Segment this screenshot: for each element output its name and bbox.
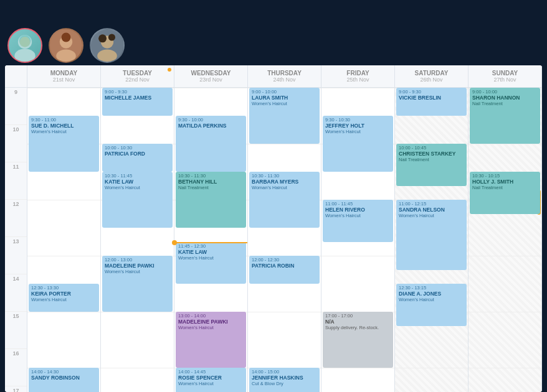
appt-sandy-robinson-0[interactable]: 14:00 - 14:30SANDY ROBINSON — [29, 368, 99, 392]
svg-point-7 — [62, 33, 71, 42]
time-9: 9 — [5, 88, 27, 125]
day-col-wednesday: 9:30 - 10:00MATILDA PERKINS10:30 - 11:30… — [174, 88, 248, 392]
days-grid: 9:30 - 11:00SUE D. MICHELLWomen's Haircu… — [27, 88, 542, 392]
staff-cameron[interactable] — [7, 28, 42, 65]
calendar: Monday 21st Nov Tuesday 22nd Nov Wednesd… — [5, 65, 542, 392]
avatar-cameron — [7, 28, 42, 63]
appt-barbara-myers-3[interactable]: 10:30 - 11:30BARBARA MYERSWoman's Haircu… — [249, 172, 320, 228]
time-16: 16 — [5, 349, 27, 386]
appt-patricia-robin-3[interactable]: 12:00 - 12:30PATRICIA ROBIN — [249, 256, 320, 284]
svg-point-11 — [98, 34, 107, 42]
appt-madeleine-pawki-1[interactable]: 12:00 - 13:00MADELEINE PAWKIWomen's Hair… — [102, 256, 173, 312]
time-12: 12 — [5, 200, 27, 237]
time-15: 15 — [5, 312, 27, 349]
svg-point-6 — [56, 50, 76, 62]
day-header-thu: Thursday 24th Nov — [248, 65, 321, 87]
time-13: 13 — [5, 237, 27, 274]
appt-jennifer-haskins-3[interactable]: 14:00 - 15:00JENNIFER HASKINSCut & Blow … — [249, 368, 320, 392]
day-header-mon: Monday 21st Nov — [27, 65, 101, 87]
appt-diane-a.-jones-5[interactable]: 12:30 - 13:15DIANE A. JONESWomen's Hairc… — [396, 284, 467, 326]
day-col-sunday: 9:00 - 10:00SHARON HANNONNail Treatment1… — [469, 88, 542, 392]
day-col-tuesday: 9:00 - 9:30MICHELLE JAMES10:00 - 10:30PA… — [101, 88, 174, 392]
appt-holly-j.-smith-6[interactable]: 10:30 - 10:15HOLLY J. SMITHNail Treatmen… — [470, 172, 540, 214]
appt-sharon-hannon-6[interactable]: 9:00 - 10:00SHARON HANNONNail Treatment — [470, 88, 540, 144]
day-header-tue: Tuesday 22nd Nov — [101, 65, 174, 87]
day-col-saturday: 9:00 - 9:30VICKIE BRESLIN10:00 - 10:45CH… — [395, 88, 469, 392]
staff-stephen[interactable] — [90, 28, 125, 65]
day-col-monday: 9:30 - 11:00SUE D. MICHELLWomen's Haircu… — [27, 88, 101, 392]
appt-bethany-hill-2[interactable]: 10:30 - 11:30BETHANY HILLNail Treatment — [176, 172, 246, 228]
svg-point-1 — [14, 49, 35, 63]
svg-point-10 — [97, 50, 117, 62]
day-header-sat: Saturday 26th Nov — [395, 65, 469, 87]
day-header-sun: Sunday 27th Nov — [469, 65, 542, 87]
time-17: 17 — [5, 386, 27, 392]
appt-laura-smith-3[interactable]: 9:00 - 10:00LAURA SMITHWomen's Haircut — [249, 88, 320, 144]
time-14: 14 — [5, 274, 27, 312]
appt-n/a-4[interactable]: 17:00 - 17:00N/ASupply delivery. Re-stoc… — [323, 312, 393, 368]
day-header-fri: Friday 25th Nov — [321, 65, 395, 87]
appt-keira-porter-0[interactable]: 12:30 - 13:30KEIRA PORTERWomen's Haircut — [29, 284, 99, 312]
staff-carol[interactable] — [49, 28, 83, 65]
day-col-friday: 9:30 - 10:30JEFFREY HOLTWomen's Haircut1… — [321, 88, 395, 392]
calendar-body: 91011121314151617 9:30 - 11:00SUE D. MIC… — [5, 88, 542, 392]
current-time-line — [174, 242, 247, 243]
time-10: 10 — [5, 125, 27, 162]
svg-point-3 — [20, 37, 31, 47]
appt-matilda-perkins-2[interactable]: 9:30 - 10:00MATILDA PERKINS — [176, 116, 246, 172]
svg-point-12 — [108, 34, 115, 40]
appt-katie-law-1[interactable]: 10:30 - 11:45KATIE LAWWomen's Haircut — [102, 172, 173, 228]
day-col-thursday: 9:00 - 10:00LAURA SMITHWomen's Haircut10… — [248, 88, 321, 392]
time-11: 11 — [5, 162, 27, 200]
appt-rosie-spencer-2[interactable]: 14:00 - 14:45ROSIE SPENCERWomen's Haircu… — [176, 368, 246, 392]
appt-patricia-ford-1[interactable]: 10:00 - 10:30PATRICIA FORD — [102, 144, 173, 172]
staff-bar — [0, 0, 547, 65]
appt-christeen-starkey-5[interactable]: 10:00 - 10:45CHRISTEEN STARKEYNail Treat… — [396, 144, 467, 186]
avatar-carol — [49, 28, 83, 63]
appt-helen-rivero-4[interactable]: 11:00 - 11:45HELEN RIVEROWomen's Haircut — [323, 200, 393, 242]
day-header-wed: Wednesday 23rd Nov — [174, 65, 248, 87]
avatar-stephen — [90, 28, 125, 63]
time-column: 91011121314151617 — [5, 88, 27, 392]
appt-madeleine-pawki-2[interactable]: 13:00 - 14:00MADELEINE PAWKIWomen's Hair… — [176, 312, 246, 368]
appt-vickie-breslin-5[interactable]: 9:00 - 9:30VICKIE BRESLIN — [396, 88, 467, 116]
tuesday-dot — [168, 68, 171, 72]
appt-katie-law-2[interactable]: 11:45 - 12:30KATIE LAWWomen's Haircut — [176, 242, 246, 284]
time-header — [5, 65, 27, 87]
calendar-header: Monday 21st Nov Tuesday 22nd Nov Wednesd… — [5, 65, 542, 88]
appt-jeffrey-holt-4[interactable]: 9:30 - 10:30JEFFREY HOLTWomen's Haircut — [323, 116, 393, 172]
appt-michelle-james-1[interactable]: 9:00 - 9:30MICHELLE JAMES — [102, 88, 173, 116]
appt-sue-d.-michell-0[interactable]: 9:30 - 11:00SUE D. MICHELLWomen's Haircu… — [29, 116, 99, 172]
appt-sandra-nelson-5[interactable]: 11:00 - 12:15SANDRA NELSONWomen's Haircu… — [396, 200, 467, 270]
